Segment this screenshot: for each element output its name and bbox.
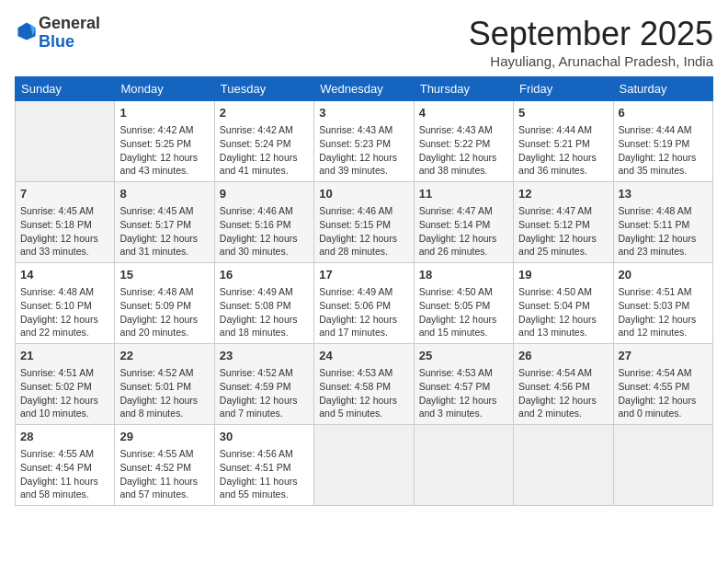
day-number: 11 [419, 186, 508, 202]
week-row-2: 7Sunrise: 4:45 AM Sunset: 5:18 PM Daylig… [16, 182, 713, 263]
day-number: 26 [518, 348, 608, 364]
day-details: Sunrise: 4:56 AM Sunset: 4:51 PM Dayligh… [220, 447, 309, 501]
day-details: Sunrise: 4:49 AM Sunset: 5:06 PM Dayligh… [319, 285, 408, 339]
logo: General Blue [15, 15, 100, 52]
day-details: Sunrise: 4:46 AM Sunset: 5:15 PM Dayligh… [319, 204, 408, 259]
day-header-monday: Monday [115, 77, 214, 101]
calendar-cell: 2Sunrise: 4:42 AM Sunset: 5:24 PM Daylig… [214, 101, 313, 182]
day-details: Sunrise: 4:48 AM Sunset: 5:10 PM Dayligh… [20, 285, 109, 339]
day-details: Sunrise: 4:51 AM Sunset: 5:03 PM Dayligh… [619, 285, 708, 339]
day-number: 30 [220, 429, 309, 445]
calendar-cell: 28Sunrise: 4:55 AM Sunset: 4:54 PM Dayli… [16, 425, 115, 506]
day-details: Sunrise: 4:52 AM Sunset: 4:59 PM Dayligh… [220, 366, 309, 420]
calendar-cell: 1Sunrise: 4:42 AM Sunset: 5:25 PM Daylig… [115, 101, 214, 182]
day-number: 14 [20, 267, 109, 283]
day-number: 19 [518, 267, 608, 283]
day-details: Sunrise: 4:48 AM Sunset: 5:09 PM Dayligh… [119, 285, 209, 339]
day-details: Sunrise: 4:52 AM Sunset: 5:01 PM Dayligh… [119, 366, 209, 420]
day-number: 24 [319, 348, 408, 364]
calendar-cell: 3Sunrise: 4:43 AM Sunset: 5:23 PM Daylig… [314, 101, 414, 182]
day-number: 28 [20, 429, 109, 445]
calendar-cell: 18Sunrise: 4:50 AM Sunset: 5:05 PM Dayli… [414, 263, 513, 344]
calendar-cell [414, 425, 513, 506]
day-header-wednesday: Wednesday [314, 77, 414, 101]
day-details: Sunrise: 4:54 AM Sunset: 4:55 PM Dayligh… [619, 366, 708, 420]
calendar-cell: 22Sunrise: 4:52 AM Sunset: 5:01 PM Dayli… [115, 344, 214, 425]
week-row-5: 28Sunrise: 4:55 AM Sunset: 4:54 PM Dayli… [16, 425, 713, 506]
title-block: September 2025 Hayuliang, Arunachal Prad… [469, 15, 713, 69]
day-details: Sunrise: 4:42 AM Sunset: 5:24 PM Dayligh… [220, 123, 309, 178]
day-details: Sunrise: 4:49 AM Sunset: 5:08 PM Dayligh… [220, 285, 309, 339]
calendar-header-row: SundayMondayTuesdayWednesdayThursdayFrid… [16, 77, 713, 101]
day-details: Sunrise: 4:50 AM Sunset: 5:05 PM Dayligh… [419, 285, 508, 339]
calendar-cell [613, 425, 712, 506]
calendar-cell: 21Sunrise: 4:51 AM Sunset: 5:02 PM Dayli… [16, 344, 115, 425]
calendar-cell [314, 425, 414, 506]
day-number: 2 [220, 105, 309, 121]
day-number: 23 [220, 348, 309, 364]
day-number: 4 [419, 105, 508, 121]
calendar-cell: 24Sunrise: 4:53 AM Sunset: 4:58 PM Dayli… [314, 344, 414, 425]
day-details: Sunrise: 4:45 AM Sunset: 5:18 PM Dayligh… [20, 204, 109, 259]
day-details: Sunrise: 4:43 AM Sunset: 5:23 PM Dayligh… [319, 123, 408, 178]
day-number: 15 [119, 267, 209, 283]
day-number: 5 [518, 105, 608, 121]
day-details: Sunrise: 4:55 AM Sunset: 4:52 PM Dayligh… [119, 447, 209, 501]
day-number: 13 [619, 186, 708, 202]
day-details: Sunrise: 4:43 AM Sunset: 5:22 PM Dayligh… [419, 123, 508, 178]
calendar-cell: 23Sunrise: 4:52 AM Sunset: 4:59 PM Dayli… [214, 344, 313, 425]
day-details: Sunrise: 4:47 AM Sunset: 5:14 PM Dayligh… [419, 204, 508, 259]
day-number: 3 [319, 105, 408, 121]
calendar-cell: 10Sunrise: 4:46 AM Sunset: 5:15 PM Dayli… [314, 182, 414, 263]
day-details: Sunrise: 4:53 AM Sunset: 4:57 PM Dayligh… [419, 366, 508, 420]
day-number: 8 [119, 186, 209, 202]
day-details: Sunrise: 4:47 AM Sunset: 5:12 PM Dayligh… [518, 204, 608, 259]
page-header: General Blue September 2025 Hayuliang, A… [15, 15, 713, 69]
day-number: 16 [220, 267, 309, 283]
calendar-cell: 25Sunrise: 4:53 AM Sunset: 4:57 PM Dayli… [414, 344, 513, 425]
day-header-tuesday: Tuesday [214, 77, 313, 101]
calendar-cell: 6Sunrise: 4:44 AM Sunset: 5:19 PM Daylig… [613, 101, 712, 182]
calendar-cell: 26Sunrise: 4:54 AM Sunset: 4:56 PM Dayli… [514, 344, 613, 425]
day-number: 9 [220, 186, 309, 202]
day-number: 21 [20, 348, 109, 364]
calendar-cell: 15Sunrise: 4:48 AM Sunset: 5:09 PM Dayli… [115, 263, 214, 344]
calendar-cell: 8Sunrise: 4:45 AM Sunset: 5:17 PM Daylig… [115, 182, 214, 263]
calendar-cell: 14Sunrise: 4:48 AM Sunset: 5:10 PM Dayli… [16, 263, 115, 344]
day-header-thursday: Thursday [414, 77, 513, 101]
day-number: 25 [419, 348, 508, 364]
week-row-4: 21Sunrise: 4:51 AM Sunset: 5:02 PM Dayli… [16, 344, 713, 425]
day-details: Sunrise: 4:48 AM Sunset: 5:11 PM Dayligh… [619, 204, 708, 259]
logo-blue-text: Blue [39, 32, 74, 51]
day-details: Sunrise: 4:53 AM Sunset: 4:58 PM Dayligh… [319, 366, 408, 420]
calendar-cell: 30Sunrise: 4:56 AM Sunset: 4:51 PM Dayli… [214, 425, 313, 506]
month-title: September 2025 [469, 15, 713, 53]
logo-icon [17, 21, 37, 41]
day-number: 1 [119, 105, 209, 121]
day-details: Sunrise: 4:44 AM Sunset: 5:21 PM Dayligh… [518, 123, 608, 178]
logo-general-text: General [39, 14, 100, 32]
calendar-cell: 13Sunrise: 4:48 AM Sunset: 5:11 PM Dayli… [613, 182, 712, 263]
calendar-cell: 27Sunrise: 4:54 AM Sunset: 4:55 PM Dayli… [613, 344, 712, 425]
day-details: Sunrise: 4:55 AM Sunset: 4:54 PM Dayligh… [20, 447, 109, 501]
day-details: Sunrise: 4:50 AM Sunset: 5:04 PM Dayligh… [518, 285, 608, 339]
calendar-cell: 5Sunrise: 4:44 AM Sunset: 5:21 PM Daylig… [514, 101, 613, 182]
week-row-3: 14Sunrise: 4:48 AM Sunset: 5:10 PM Dayli… [16, 263, 713, 344]
day-number: 18 [419, 267, 508, 283]
calendar-cell [16, 101, 115, 182]
day-details: Sunrise: 4:45 AM Sunset: 5:17 PM Dayligh… [119, 204, 209, 259]
day-details: Sunrise: 4:42 AM Sunset: 5:25 PM Dayligh… [119, 123, 209, 178]
day-number: 29 [119, 429, 209, 445]
day-number: 7 [20, 186, 109, 202]
calendar-cell: 12Sunrise: 4:47 AM Sunset: 5:12 PM Dayli… [514, 182, 613, 263]
calendar-body: 1Sunrise: 4:42 AM Sunset: 5:25 PM Daylig… [16, 101, 713, 506]
calendar-cell: 11Sunrise: 4:47 AM Sunset: 5:14 PM Dayli… [414, 182, 513, 263]
calendar-cell: 9Sunrise: 4:46 AM Sunset: 5:16 PM Daylig… [214, 182, 313, 263]
week-row-1: 1Sunrise: 4:42 AM Sunset: 5:25 PM Daylig… [16, 101, 713, 182]
day-header-saturday: Saturday [613, 77, 712, 101]
day-details: Sunrise: 4:46 AM Sunset: 5:16 PM Dayligh… [220, 204, 309, 259]
day-details: Sunrise: 4:44 AM Sunset: 5:19 PM Dayligh… [619, 123, 708, 178]
calendar-table: SundayMondayTuesdayWednesdayThursdayFrid… [15, 76, 713, 506]
calendar-cell: 4Sunrise: 4:43 AM Sunset: 5:22 PM Daylig… [414, 101, 513, 182]
day-number: 12 [518, 186, 608, 202]
